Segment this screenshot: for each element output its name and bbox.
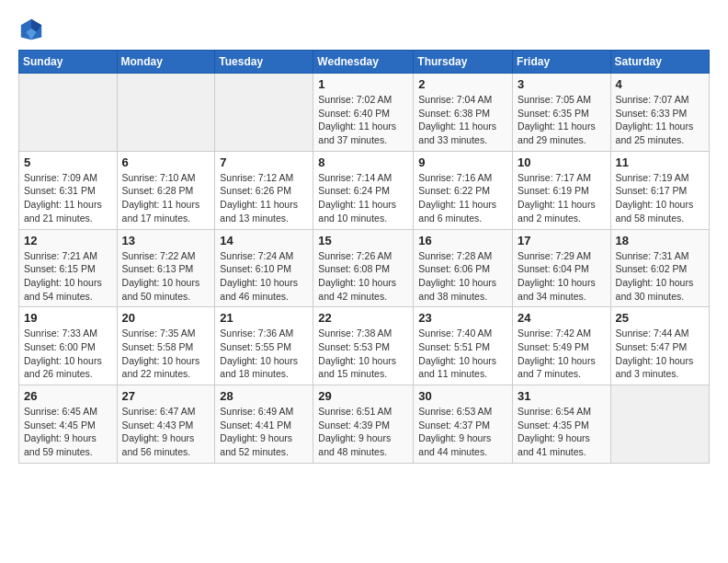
- day-number: 19: [24, 311, 112, 325]
- day-cell: 24Sunrise: 7:42 AM Sunset: 5:49 PM Dayli…: [513, 307, 611, 385]
- day-number: 15: [318, 234, 408, 247]
- day-cell: 21Sunrise: 7:36 AM Sunset: 5:55 PM Dayli…: [215, 307, 313, 385]
- day-cell: [117, 74, 215, 152]
- day-cell: 15Sunrise: 7:26 AM Sunset: 6:08 PM Dayli…: [313, 229, 414, 307]
- day-cell: 9Sunrise: 7:16 AM Sunset: 6:22 PM Daylig…: [414, 151, 513, 229]
- day-cell: 27Sunrise: 6:47 AM Sunset: 4:43 PM Dayli…: [117, 385, 215, 464]
- day-info: Sunrise: 7:40 AM Sunset: 5:51 PM Dayligh…: [418, 327, 507, 381]
- day-number: 14: [220, 234, 308, 247]
- day-number: 11: [616, 155, 704, 169]
- day-info: Sunrise: 7:22 AM Sunset: 6:13 PM Dayligh…: [122, 249, 210, 304]
- day-cell: 17Sunrise: 7:29 AM Sunset: 6:04 PM Dayli…: [513, 229, 611, 307]
- logo: [18, 17, 48, 42]
- day-number: 6: [122, 155, 210, 169]
- header: [18, 17, 710, 42]
- day-cell: 6Sunrise: 7:10 AM Sunset: 6:28 PM Daylig…: [117, 151, 215, 229]
- day-cell: 14Sunrise: 7:24 AM Sunset: 6:10 PM Dayli…: [215, 229, 313, 307]
- day-number: 4: [616, 77, 704, 91]
- day-number: 2: [418, 77, 507, 91]
- day-info: Sunrise: 7:07 AM Sunset: 6:33 PM Dayligh…: [616, 93, 704, 147]
- day-info: Sunrise: 6:49 AM Sunset: 4:41 PM Dayligh…: [220, 405, 308, 459]
- day-info: Sunrise: 6:51 AM Sunset: 4:39 PM Dayligh…: [318, 405, 408, 459]
- day-cell: 1Sunrise: 7:02 AM Sunset: 6:40 PM Daylig…: [313, 74, 414, 152]
- week-row-5: 26Sunrise: 6:45 AM Sunset: 4:45 PM Dayli…: [19, 385, 710, 464]
- day-number: 16: [418, 234, 507, 247]
- calendar: SundayMondayTuesdayWednesdayThursdayFrid…: [18, 50, 710, 464]
- day-cell: 25Sunrise: 7:44 AM Sunset: 5:47 PM Dayli…: [610, 307, 709, 385]
- day-number: 30: [418, 389, 507, 403]
- week-row-1: 1Sunrise: 7:02 AM Sunset: 6:40 PM Daylig…: [19, 74, 710, 152]
- day-info: Sunrise: 7:24 AM Sunset: 6:10 PM Dayligh…: [220, 249, 308, 304]
- day-number: 27: [122, 389, 210, 403]
- day-cell: [610, 385, 709, 464]
- day-cell: 30Sunrise: 6:53 AM Sunset: 4:37 PM Dayli…: [414, 385, 513, 464]
- day-number: 12: [24, 234, 112, 247]
- day-cell: 10Sunrise: 7:17 AM Sunset: 6:19 PM Dayli…: [513, 151, 611, 229]
- day-cell: 8Sunrise: 7:14 AM Sunset: 6:24 PM Daylig…: [313, 151, 414, 229]
- week-row-3: 12Sunrise: 7:21 AM Sunset: 6:15 PM Dayli…: [19, 229, 710, 307]
- day-number: 1: [318, 77, 408, 91]
- day-info: Sunrise: 6:53 AM Sunset: 4:37 PM Dayligh…: [418, 405, 507, 459]
- day-cell: 2Sunrise: 7:04 AM Sunset: 6:38 PM Daylig…: [414, 74, 513, 152]
- calendar-header-row: SundayMondayTuesdayWednesdayThursdayFrid…: [19, 51, 710, 74]
- day-cell: 28Sunrise: 6:49 AM Sunset: 4:41 PM Dayli…: [215, 385, 313, 464]
- day-cell: 29Sunrise: 6:51 AM Sunset: 4:39 PM Dayli…: [313, 385, 414, 464]
- day-info: Sunrise: 7:14 AM Sunset: 6:24 PM Dayligh…: [318, 171, 408, 225]
- day-cell: 11Sunrise: 7:19 AM Sunset: 6:17 PM Dayli…: [610, 151, 709, 229]
- day-cell: 7Sunrise: 7:12 AM Sunset: 6:26 PM Daylig…: [215, 151, 313, 229]
- day-number: 5: [24, 155, 112, 169]
- day-number: 7: [220, 155, 308, 169]
- day-info: Sunrise: 7:31 AM Sunset: 6:02 PM Dayligh…: [616, 249, 704, 304]
- day-cell: 19Sunrise: 7:33 AM Sunset: 6:00 PM Dayli…: [19, 307, 118, 385]
- day-number: 8: [318, 155, 408, 169]
- week-row-4: 19Sunrise: 7:33 AM Sunset: 6:00 PM Dayli…: [19, 307, 710, 385]
- day-number: 10: [518, 155, 606, 169]
- day-number: 21: [220, 311, 308, 325]
- day-info: Sunrise: 7:36 AM Sunset: 5:55 PM Dayligh…: [220, 327, 308, 381]
- day-info: Sunrise: 7:28 AM Sunset: 6:06 PM Dayligh…: [418, 249, 507, 304]
- day-info: Sunrise: 7:42 AM Sunset: 5:49 PM Dayligh…: [518, 327, 606, 381]
- col-header-sunday: Sunday: [19, 51, 118, 74]
- day-info: Sunrise: 7:21 AM Sunset: 6:15 PM Dayligh…: [24, 249, 112, 304]
- col-header-tuesday: Tuesday: [215, 51, 313, 74]
- day-cell: 5Sunrise: 7:09 AM Sunset: 6:31 PM Daylig…: [19, 151, 118, 229]
- day-info: Sunrise: 7:33 AM Sunset: 6:00 PM Dayligh…: [24, 327, 112, 381]
- day-number: 25: [616, 311, 704, 325]
- day-number: 20: [122, 311, 210, 325]
- day-info: Sunrise: 7:38 AM Sunset: 5:53 PM Dayligh…: [318, 327, 408, 381]
- col-header-saturday: Saturday: [610, 51, 709, 74]
- day-number: 26: [24, 389, 112, 403]
- day-info: Sunrise: 7:29 AM Sunset: 6:04 PM Dayligh…: [518, 249, 606, 304]
- day-number: 28: [220, 389, 308, 403]
- day-cell: [215, 74, 313, 152]
- day-info: Sunrise: 7:35 AM Sunset: 5:58 PM Dayligh…: [122, 327, 210, 381]
- col-header-thursday: Thursday: [414, 51, 513, 74]
- day-number: 17: [518, 234, 606, 247]
- day-info: Sunrise: 6:54 AM Sunset: 4:35 PM Dayligh…: [518, 405, 606, 459]
- page: SundayMondayTuesdayWednesdayThursdayFrid…: [0, 0, 728, 473]
- day-info: Sunrise: 7:02 AM Sunset: 6:40 PM Dayligh…: [318, 93, 408, 147]
- day-info: Sunrise: 6:47 AM Sunset: 4:43 PM Dayligh…: [122, 405, 210, 459]
- day-number: 3: [518, 77, 606, 91]
- col-header-wednesday: Wednesday: [313, 51, 414, 74]
- day-cell: 13Sunrise: 7:22 AM Sunset: 6:13 PM Dayli…: [117, 229, 215, 307]
- day-info: Sunrise: 7:09 AM Sunset: 6:31 PM Dayligh…: [24, 171, 112, 225]
- day-cell: [19, 74, 118, 152]
- day-info: Sunrise: 6:45 AM Sunset: 4:45 PM Dayligh…: [24, 405, 112, 459]
- day-number: 9: [418, 155, 507, 169]
- day-cell: 4Sunrise: 7:07 AM Sunset: 6:33 PM Daylig…: [610, 74, 709, 152]
- day-info: Sunrise: 7:12 AM Sunset: 6:26 PM Dayligh…: [220, 171, 308, 225]
- logo-icon: [18, 17, 44, 42]
- day-info: Sunrise: 7:17 AM Sunset: 6:19 PM Dayligh…: [518, 171, 606, 225]
- day-cell: 31Sunrise: 6:54 AM Sunset: 4:35 PM Dayli…: [513, 385, 611, 464]
- day-cell: 16Sunrise: 7:28 AM Sunset: 6:06 PM Dayli…: [414, 229, 513, 307]
- day-number: 18: [616, 234, 704, 247]
- day-info: Sunrise: 7:16 AM Sunset: 6:22 PM Dayligh…: [418, 171, 507, 225]
- day-cell: 3Sunrise: 7:05 AM Sunset: 6:35 PM Daylig…: [513, 74, 611, 152]
- day-number: 13: [122, 234, 210, 247]
- week-row-2: 5Sunrise: 7:09 AM Sunset: 6:31 PM Daylig…: [19, 151, 710, 229]
- day-number: 23: [418, 311, 507, 325]
- day-cell: 20Sunrise: 7:35 AM Sunset: 5:58 PM Dayli…: [117, 307, 215, 385]
- day-info: Sunrise: 7:26 AM Sunset: 6:08 PM Dayligh…: [318, 249, 408, 304]
- day-cell: 26Sunrise: 6:45 AM Sunset: 4:45 PM Dayli…: [19, 385, 118, 464]
